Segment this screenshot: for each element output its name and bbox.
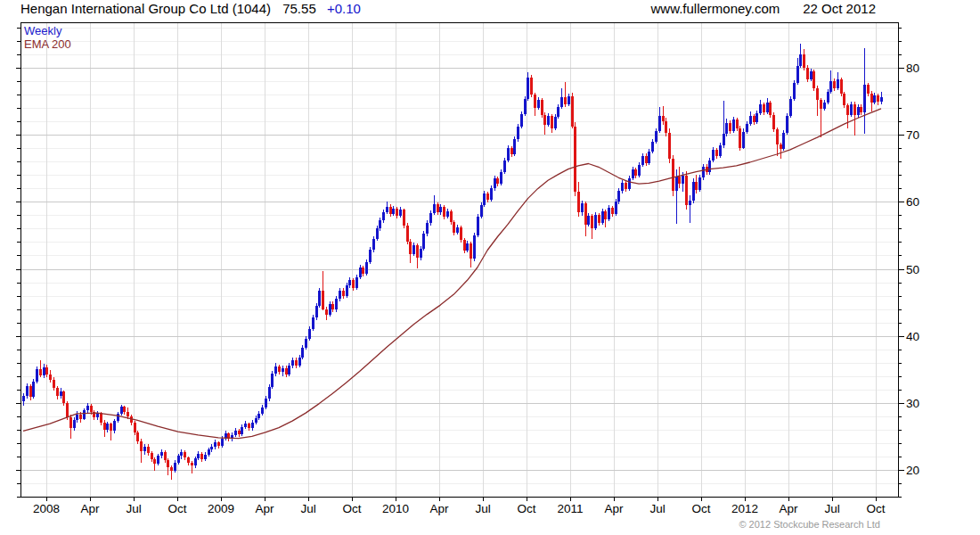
- y-axis-label: 30: [906, 397, 919, 410]
- x-axis-label: Jul: [475, 502, 490, 515]
- y-axis-label: 70: [906, 128, 919, 142]
- x-axis-label: Jul: [300, 502, 315, 515]
- y-axis-label: 50: [906, 263, 919, 276]
- x-axis-label: Jul: [126, 502, 141, 515]
- x-axis-label: Oct: [343, 502, 362, 515]
- chart-window: 2008AprJulOct2009AprJulOct2010AprJulOct2…: [0, 0, 980, 535]
- plot-frame: [21, 23, 899, 498]
- legend-ema: EMA 200: [24, 37, 71, 51]
- x-axis-label: Apr: [256, 502, 275, 515]
- x-axis-label: Jul: [649, 502, 665, 515]
- x-axis-label: Apr: [605, 502, 625, 515]
- chart-legend: Weekly EMA 200: [24, 24, 71, 51]
- x-axis-label: 2012: [731, 502, 758, 515]
- x-axis-label: Oct: [867, 502, 886, 515]
- site-label: www.fullermoney.com: [651, 1, 780, 16]
- price-change: +0.10: [327, 1, 361, 16]
- y-axis-label: 80: [906, 62, 919, 75]
- x-axis-label: 2009: [208, 502, 234, 515]
- x-axis-label: Apr: [430, 502, 450, 515]
- legend-timeframe: Weekly: [24, 24, 71, 37]
- gridlines-major: [20, 69, 898, 471]
- y-axis-label: 60: [906, 195, 919, 209]
- x-axis-label: Oct: [692, 502, 711, 515]
- chart-date: 22 Oct 2012: [803, 1, 876, 16]
- last-price: 75.55: [282, 1, 316, 16]
- x-axis-label: 2010: [382, 502, 409, 515]
- y-axis-label: 20: [906, 464, 919, 477]
- x-axis-label: Jul: [824, 502, 839, 515]
- x-axis-label: Oct: [168, 502, 187, 515]
- candlestick-series: [22, 44, 883, 480]
- x-axis-label: Apr: [81, 502, 101, 515]
- x-axis-label: 2011: [558, 502, 584, 515]
- ema-line: [23, 109, 881, 439]
- title-bar-right: www.fullermoney.com 22 Oct 2012: [651, 1, 877, 16]
- x-axis-label: 2008: [33, 502, 60, 515]
- instrument-title: Hengan International Group Co Ltd (1044): [20, 1, 271, 16]
- copyright-notice: © 2012 Stockcube Research Ltd: [739, 519, 880, 530]
- x-axis-label: Oct: [518, 502, 536, 515]
- x-axis-label: Apr: [780, 502, 799, 515]
- price-chart-canvas: 2008AprJulOct2009AprJulOct2010AprJulOct2…: [0, 0, 980, 535]
- y-axis-label: 40: [906, 330, 919, 343]
- gridlines-vertical: [47, 22, 877, 497]
- gridlines-minor: [20, 29, 898, 498]
- title-bar: Hengan International Group Co Ltd (1044)…: [20, 1, 361, 16]
